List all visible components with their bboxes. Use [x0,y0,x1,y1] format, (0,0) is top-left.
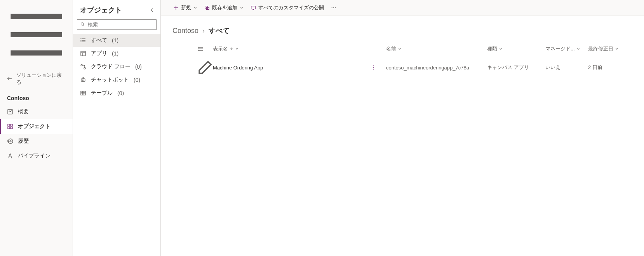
back-to-solutions[interactable]: ソリューションに戻る [0,68,73,91]
svg-point-10 [81,22,84,25]
breadcrumb-root[interactable]: Contoso [172,27,198,35]
history-icon [7,138,13,144]
col-type[interactable]: 種類 [487,45,545,52]
cell-modified: 2 日前 [588,64,631,71]
search-box[interactable] [77,19,157,30]
search-icon [80,22,85,28]
col-list-icon[interactable] [197,46,213,52]
row-more-icon[interactable] [371,65,386,70]
chevron-down-icon [240,6,244,10]
chevron-down-icon [576,47,580,51]
nav-objects[interactable]: オブジェクト [0,119,73,134]
tree-all[interactable]: すべて (1) [73,34,160,47]
svg-point-39 [333,7,334,8]
cell-managed: いいえ [545,64,588,71]
tree-tables[interactable]: テーブル (0) [73,86,160,100]
svg-rect-8 [10,127,12,129]
collapse-panel-icon[interactable] [150,7,155,13]
chevron-down-icon [235,47,239,51]
chevron-down-icon [615,47,619,51]
edit-icon[interactable] [197,60,213,75]
svg-point-26 [82,80,82,80]
command-bar: 新規 既存を追加 すべてのカスタマイズの公開 [161,0,644,16]
overview-icon [7,109,13,115]
tree-count: (1) [112,50,118,57]
chevron-right-icon: › [202,27,205,35]
chevron-down-icon [499,47,503,51]
svg-point-48 [373,66,374,66]
col-label: 最終修正日 [588,45,613,52]
cmd-new[interactable]: 新規 [171,2,200,14]
svg-rect-6 [10,124,12,126]
svg-point-17 [81,42,81,42]
cmd-label: すべてのカスタマイズの公開 [258,4,324,11]
svg-rect-5 [8,124,10,126]
tree-label: テーブル [91,90,113,97]
svg-point-45 [198,49,198,49]
cell-name: contoso_machineorderingapp_7c78a [386,65,487,71]
svg-point-25 [83,77,84,78]
svg-point-44 [198,47,198,48]
add-existing-icon [204,5,210,10]
svg-point-22 [84,67,85,69]
sort-asc-icon [230,47,233,51]
cell-display-name: Machine Ordering App [213,65,371,71]
svg-point-27 [84,80,84,80]
svg-point-21 [81,64,82,66]
publish-icon [251,5,256,10]
tree-label: すべて [91,37,107,44]
tree-label: チャットボット [91,76,129,83]
list-icon [80,37,86,43]
svg-point-50 [373,69,374,69]
svg-rect-4 [8,109,12,114]
svg-rect-23 [81,79,85,81]
tree-count: (0) [135,64,142,70]
svg-rect-7 [8,127,10,129]
svg-point-15 [81,39,81,39]
cmd-label: 既存を追加 [212,4,237,11]
svg-point-38 [332,7,332,8]
breadcrumb: Contoso › すべて [172,26,632,35]
col-name[interactable]: 名前 [386,45,487,52]
tree-chatbots[interactable]: チャットボット (0) [73,73,160,86]
more-horizontal-icon [331,5,336,10]
nav-overview[interactable]: 概要 [0,104,73,119]
tree-label: アプリ [91,50,107,57]
col-modified[interactable]: 最終修正日 [588,45,631,52]
nav-history[interactable]: 履歴 [0,134,73,149]
nav-label: オブジェクト [18,123,50,130]
svg-line-11 [84,25,84,26]
flow-icon [80,64,86,70]
tree-cloud-flows[interactable]: クラウド フロー (0) [73,60,160,73]
nav-pipeline[interactable]: パイプライン [0,149,73,163]
pipeline-icon [7,153,13,159]
svg-point-46 [198,50,198,51]
nav-label: 概要 [18,108,29,115]
list-icon [197,46,204,52]
table-row[interactable]: Machine Ordering App contoso_machineorde… [172,55,632,80]
col-label: 表示名 [213,45,228,52]
solution-name: Contoso [0,91,73,104]
cmd-add-existing[interactable]: 既存を追加 [202,2,246,14]
objects-panel-title: オブジェクト [80,5,122,15]
col-display-name[interactable]: 表示名 [213,45,371,52]
tree-count: (1) [112,37,118,43]
cmd-publish-all[interactable]: すべてのカスタマイズの公開 [248,2,326,14]
cmd-more[interactable] [329,3,339,13]
chevron-down-icon [398,47,402,51]
arrow-left-icon [7,76,12,81]
svg-point-49 [373,67,374,68]
chatbot-icon [80,77,86,83]
col-managed[interactable]: マネージド... [545,45,588,52]
col-label: 名前 [386,45,396,52]
search-input[interactable] [88,22,153,28]
cmd-label: 新規 [181,4,191,11]
svg-rect-18 [81,51,85,56]
tree-count: (0) [134,77,140,83]
tree-label: クラウド フロー [91,63,131,70]
svg-rect-37 [251,6,256,9]
hamburger-icon[interactable] [7,5,66,64]
col-label: 種類 [487,45,497,52]
breadcrumb-current: すべて [209,26,230,35]
tree-apps[interactable]: アプリ (1) [73,47,160,60]
